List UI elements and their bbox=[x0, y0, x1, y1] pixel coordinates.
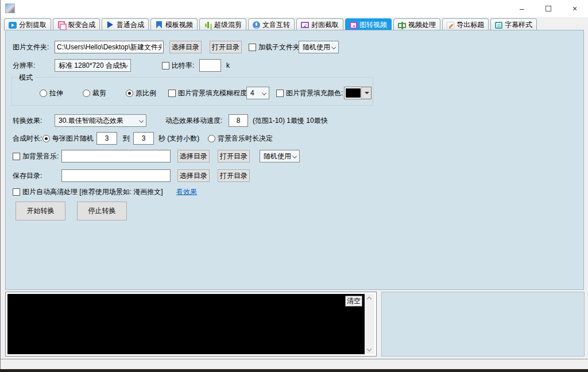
effect-speed-input[interactable] bbox=[229, 114, 248, 127]
tab-label: 裂变合成 bbox=[68, 20, 95, 30]
tab-subtitle-style[interactable]: 字幕样式 bbox=[490, 18, 537, 30]
image-use-mode-dropdown[interactable]: 随机使用 bbox=[299, 41, 339, 53]
checkbox-label: 图片背景填充模糊程度: bbox=[178, 88, 249, 98]
console-scrollbar[interactable] bbox=[365, 294, 374, 354]
duration-bgm-radio[interactable]: 背景音乐时长决定 bbox=[208, 132, 273, 145]
bitrate-input[interactable] bbox=[199, 59, 221, 72]
bg-blur-level-dropdown[interactable]: 4 bbox=[246, 87, 269, 99]
scroll-up-icon[interactable] bbox=[367, 297, 372, 301]
maximize-icon bbox=[546, 6, 551, 11]
start-convert-button[interactable]: 开始转换 bbox=[16, 202, 65, 220]
image-folder-label: 图片文件夹: bbox=[13, 41, 49, 53]
tab-cover-capture[interactable]: 封面截取 bbox=[296, 18, 343, 30]
checkbox-label: 比特率: bbox=[172, 61, 194, 71]
tab-strip: 分割提取 裂变合成 普通合成 模板视频 超级混剪 文音互转 封面截取 图转视频 bbox=[4, 18, 537, 30]
tab-label: 导出标题 bbox=[457, 20, 484, 30]
load-subfolder-checkbox[interactable]: 加载子文件夹 bbox=[249, 41, 300, 53]
resolution-label: 分辨率: bbox=[13, 59, 35, 72]
tab-label: 超级混剪 bbox=[214, 20, 242, 30]
color-swatch bbox=[346, 88, 361, 98]
bgm-select-button[interactable]: 选择目录 bbox=[177, 150, 210, 162]
save-dir-select-button[interactable]: 选择目录 bbox=[177, 169, 210, 182]
checkbox-label: 加载子文件夹 bbox=[258, 42, 300, 52]
radio-circle-icon bbox=[40, 90, 47, 97]
save-dir-input[interactable] bbox=[61, 169, 171, 182]
duration-from-input[interactable] bbox=[96, 132, 117, 145]
resolution-dropdown[interactable]: 标准 1280*720 合成快 bbox=[55, 59, 131, 72]
tab-normal-compose[interactable]: 普通合成 bbox=[102, 18, 149, 30]
checkbox-box-icon bbox=[13, 188, 20, 196]
status-bar bbox=[1, 359, 588, 369]
duration-label: 合成时长: bbox=[13, 132, 42, 145]
mode-original-ratio-radio[interactable]: 原比例 bbox=[126, 87, 156, 99]
checkbox-label: 图片背景填充颜色: bbox=[286, 88, 343, 98]
tab-label: 字幕样式 bbox=[505, 20, 532, 30]
maximize-button[interactable] bbox=[535, 0, 562, 17]
effect-speed-hint: (范围1-10) 1最慢 10最快 bbox=[253, 114, 328, 127]
minimize-button[interactable]: – bbox=[509, 0, 535, 17]
chevron-down-icon bbox=[262, 91, 266, 95]
image-folder-select-button[interactable]: 选择目录 bbox=[169, 41, 202, 53]
radio-circle-icon bbox=[208, 135, 215, 142]
chevron-down-icon bbox=[139, 118, 144, 123]
bgm-use-mode-dropdown[interactable]: 随机使用 bbox=[260, 150, 300, 162]
hd-process-checkbox[interactable]: 图片自动高清处理 [推荐使用场景如: 漫画推文] bbox=[13, 185, 163, 198]
tab-label: 文音互转 bbox=[262, 20, 290, 30]
checkbox-box-icon bbox=[168, 90, 176, 97]
bgm-folder-input[interactable] bbox=[61, 150, 171, 162]
image-dot-icon bbox=[350, 22, 357, 29]
mode-crop-radio[interactable]: 裁剪 bbox=[83, 87, 106, 99]
preview-panel bbox=[381, 292, 585, 356]
tab-template-video[interactable]: 模板视频 bbox=[150, 18, 198, 30]
stop-convert-button[interactable]: 停止转换 bbox=[77, 202, 127, 220]
chevron-down-icon bbox=[292, 154, 297, 158]
tab-label: 分割提取 bbox=[19, 20, 47, 30]
tab-text-audio-convert[interactable]: 文音互转 bbox=[248, 18, 295, 30]
tab-label: 封面截取 bbox=[311, 20, 339, 30]
log-console[interactable] bbox=[7, 294, 365, 354]
clear-log-button[interactable]: 清空 bbox=[345, 296, 362, 307]
effect-dropdown[interactable]: 30.最佳智能动态效果 bbox=[55, 114, 146, 127]
log-console-container: 清空 bbox=[5, 292, 377, 356]
bg-fill-color-checkbox[interactable]: 图片背景填充颜色: bbox=[276, 87, 343, 99]
bgm-open-button[interactable]: 打开目录 bbox=[218, 150, 250, 162]
bgm-checkbox[interactable]: 加背景音乐: bbox=[13, 150, 59, 162]
tab-super-mix[interactable]: 超级混剪 bbox=[199, 18, 246, 30]
tab-image-to-video[interactable]: 图转视频 bbox=[345, 18, 392, 30]
dropdown-value: 标准 1280*720 合成快 bbox=[59, 61, 126, 71]
save-dir-label: 保存目录: bbox=[13, 169, 42, 182]
tab-fission-compose[interactable]: 裂变合成 bbox=[53, 18, 100, 30]
bitrate-checkbox[interactable]: 比特率: bbox=[162, 59, 194, 72]
image-folder-open-button[interactable]: 打开目录 bbox=[210, 41, 242, 53]
radio-circle-icon bbox=[83, 90, 90, 97]
duration-unit-label: 秒 (支持小数) bbox=[158, 132, 199, 145]
checkbox-box-icon bbox=[249, 44, 256, 51]
save-dir-open-button[interactable]: 打开目录 bbox=[218, 169, 250, 182]
duration-to-input[interactable] bbox=[133, 132, 154, 145]
radio-label: 每张图片随机 bbox=[52, 134, 94, 144]
radio-label: 裁剪 bbox=[92, 88, 106, 98]
view-effect-link[interactable]: 看效果 bbox=[176, 185, 197, 198]
app-window: – × 分割提取 裂变合成 普通合成 模板视频 超级混剪 文音互转 bbox=[0, 0, 588, 369]
title-bar: – × bbox=[1, 0, 588, 17]
tab-label: 模板视频 bbox=[165, 20, 193, 30]
color-dropdown-arrow-icon[interactable] bbox=[361, 87, 371, 99]
bg-blur-checkbox[interactable]: 图片背景填充模糊程度: bbox=[168, 87, 249, 99]
bookmark-icon bbox=[155, 21, 163, 29]
desktop-strip bbox=[0, 369, 588, 372]
dropdown-value: 4 bbox=[250, 89, 254, 97]
effect-label: 转换效果: bbox=[13, 114, 42, 127]
dropdown-value: 随机使用 bbox=[264, 152, 291, 161]
tab-export-title[interactable]: 导出标题 bbox=[442, 18, 489, 30]
close-button[interactable]: × bbox=[562, 0, 588, 17]
scroll-down-icon[interactable] bbox=[367, 347, 372, 351]
effect-speed-label: 动态效果移动速度: bbox=[165, 114, 222, 127]
image-folder-input[interactable] bbox=[55, 41, 164, 53]
dropdown-value: 随机使用 bbox=[303, 42, 330, 52]
mode-stretch-radio[interactable]: 拉伸 bbox=[40, 87, 63, 99]
tab-split-extract[interactable]: 分割提取 bbox=[4, 18, 51, 30]
subtitle-doc-icon bbox=[495, 22, 502, 29]
bg-fill-color-dropdown[interactable] bbox=[344, 87, 372, 99]
tab-video-process[interactable]: 视频处理 bbox=[393, 18, 440, 30]
duration-random-radio[interactable]: 每张图片随机 bbox=[42, 132, 94, 145]
